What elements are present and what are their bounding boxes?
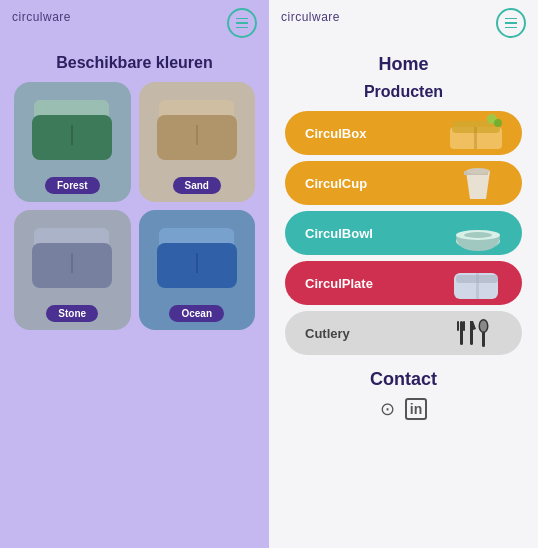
color-card-forest[interactable]: Forest: [14, 82, 131, 202]
product-list: CirculBox CirculCup: [285, 111, 522, 355]
color-label-forest: Forest: [45, 177, 100, 194]
color-label-ocean: Ocean: [169, 305, 224, 322]
colors-grid: Forest Sand Stone: [10, 82, 259, 330]
contact-section: Contact ⊙ in: [285, 369, 522, 420]
product-thumb-circulbowl: [436, 213, 506, 253]
hamburger-icon: [236, 18, 248, 29]
logo-right: circulware: [281, 10, 340, 24]
circulbowl-image: [446, 213, 506, 253]
hamburger-icon-right: [505, 18, 517, 29]
svg-rect-14: [463, 321, 465, 331]
product-thumb-cutlery: [436, 313, 506, 353]
color-card-stone[interactable]: Stone: [14, 210, 131, 330]
menu-button-right[interactable]: [496, 8, 526, 38]
product-thumb-circulbox: [436, 113, 506, 153]
product-name-circulplate: CirculPlate: [305, 276, 373, 291]
color-card-sand[interactable]: Sand: [139, 82, 256, 202]
product-image-stone: [27, 220, 117, 295]
product-image-sand: [152, 92, 242, 167]
color-card-ocean[interactable]: Ocean: [139, 210, 256, 330]
product-thumb-circulplate: [436, 263, 506, 303]
nav-products-heading: Producten: [285, 83, 522, 101]
product-item-circulbox[interactable]: CirculBox: [285, 111, 522, 155]
svg-rect-11: [476, 273, 479, 299]
product-name-circulbowl: CirculBowl: [305, 226, 373, 241]
svg-rect-13: [457, 321, 459, 331]
linkedin-icon[interactable]: in: [405, 398, 427, 420]
circulplate-image: [446, 263, 506, 303]
circulbox-image: [446, 113, 506, 153]
color-label-sand: Sand: [173, 177, 221, 194]
right-panel: circulware Home Producten CirculBox: [269, 0, 538, 548]
social-icons-group: ⊙ in: [285, 398, 522, 420]
product-image-ocean: [152, 220, 242, 295]
product-thumb-circulcup: [436, 163, 506, 203]
product-image-forest: [27, 92, 117, 167]
menu-button-left[interactable]: [227, 8, 257, 38]
product-item-circulplate[interactable]: CirculPlate: [285, 261, 522, 305]
svg-point-18: [480, 321, 487, 332]
svg-rect-12: [460, 321, 463, 345]
colors-title: Beschikbare kleuren: [56, 54, 213, 72]
left-panel: circulware Beschikbare kleuren Forest: [0, 0, 269, 548]
product-item-cutlery[interactable]: Cutlery: [285, 311, 522, 355]
product-name-circulbox: CirculBox: [305, 126, 366, 141]
contact-heading[interactable]: Contact: [285, 369, 522, 390]
instagram-icon[interactable]: ⊙: [380, 398, 395, 420]
nav-section: Home Producten CirculBox CirculC: [285, 54, 522, 355]
product-item-circulbowl[interactable]: CirculBowl: [285, 211, 522, 255]
nav-home-label[interactable]: Home: [285, 54, 522, 75]
svg-rect-2: [474, 127, 477, 149]
product-name-cutlery: Cutlery: [305, 326, 350, 341]
circulcup-image: [446, 163, 506, 203]
color-label-stone: Stone: [46, 305, 98, 322]
svg-point-4: [494, 119, 502, 127]
svg-point-5: [466, 168, 490, 174]
product-name-circulcup: CirculCup: [305, 176, 367, 191]
product-item-circulcup[interactable]: CirculCup: [285, 161, 522, 205]
cutlery-image: [446, 313, 506, 353]
logo-left: circulware: [12, 10, 71, 24]
svg-point-8: [464, 232, 492, 238]
